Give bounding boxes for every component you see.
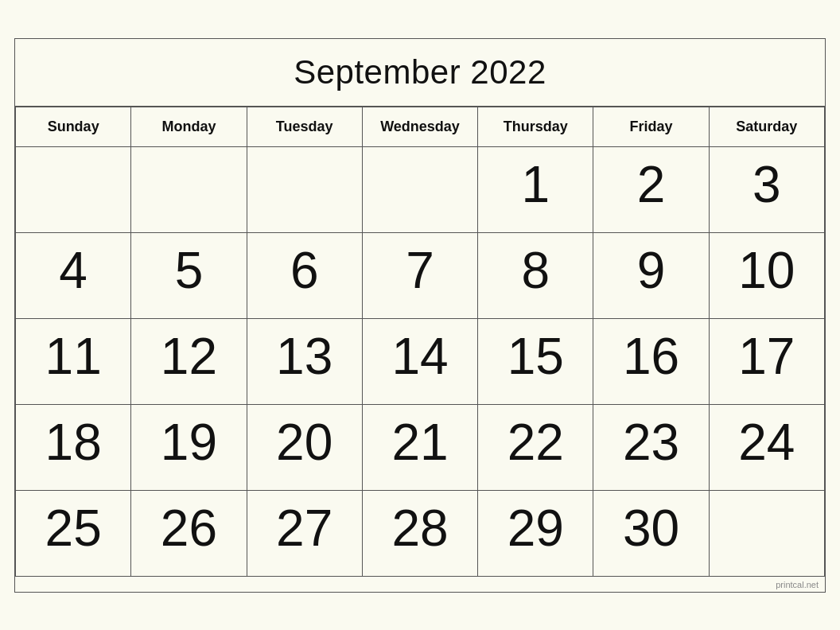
day-header-friday: Friday xyxy=(593,107,709,146)
calendar-day-cell: 22 xyxy=(478,404,593,490)
calendar-day-cell: 29 xyxy=(478,490,593,576)
calendar-day-cell xyxy=(709,490,824,576)
calendar-day-cell: 11 xyxy=(16,318,131,404)
calendar-day-cell: 19 xyxy=(131,404,247,490)
days-header-row: SundayMondayTuesdayWednesdayThursdayFrid… xyxy=(16,107,825,146)
day-header-wednesday: Wednesday xyxy=(362,107,477,146)
calendar-day-cell: 5 xyxy=(131,232,247,318)
calendar-day-cell: 10 xyxy=(709,232,824,318)
calendar-day-cell: 15 xyxy=(478,318,593,404)
calendar-day-cell: 9 xyxy=(593,232,709,318)
calendar-day-cell: 24 xyxy=(709,404,824,490)
calendar-day-cell: 3 xyxy=(709,146,824,232)
calendar-week-1: 123 xyxy=(16,146,825,232)
calendar-day-cell: 23 xyxy=(593,404,709,490)
day-header-saturday: Saturday xyxy=(709,107,824,146)
calendar-day-cell: 25 xyxy=(16,490,131,576)
calendar-day-cell: 13 xyxy=(247,318,362,404)
calendar-week-3: 11121314151617 xyxy=(16,318,825,404)
calendar-day-cell: 1 xyxy=(478,146,593,232)
watermark: printcal.net xyxy=(15,577,825,592)
calendar-day-cell xyxy=(16,146,131,232)
day-header-monday: Monday xyxy=(131,107,247,146)
day-header-tuesday: Tuesday xyxy=(247,107,362,146)
calendar-day-cell: 4 xyxy=(16,232,131,318)
calendar-day-cell: 27 xyxy=(247,490,362,576)
calendar-day-cell: 2 xyxy=(593,146,709,232)
calendar-day-cell: 17 xyxy=(709,318,824,404)
calendar-day-cell xyxy=(247,146,362,232)
calendar-day-cell: 26 xyxy=(131,490,247,576)
calendar-day-cell: 20 xyxy=(247,404,362,490)
calendar-container: September 2022 SundayMondayTuesdayWednes… xyxy=(14,38,826,593)
calendar-day-cell: 18 xyxy=(16,404,131,490)
calendar-day-cell xyxy=(362,146,477,232)
day-header-thursday: Thursday xyxy=(478,107,593,146)
calendar-day-cell: 21 xyxy=(362,404,477,490)
day-header-sunday: Sunday xyxy=(16,107,131,146)
calendar-day-cell: 6 xyxy=(247,232,362,318)
calendar-day-cell: 28 xyxy=(362,490,477,576)
calendar-day-cell: 14 xyxy=(362,318,477,404)
calendar-week-5: 252627282930 xyxy=(16,490,825,576)
calendar-week-4: 18192021222324 xyxy=(16,404,825,490)
calendar-day-cell xyxy=(131,146,247,232)
calendar-table: SundayMondayTuesdayWednesdayThursdayFrid… xyxy=(15,107,825,577)
calendar-day-cell: 7 xyxy=(362,232,477,318)
calendar-day-cell: 30 xyxy=(593,490,709,576)
calendar-day-cell: 12 xyxy=(131,318,247,404)
calendar-week-2: 45678910 xyxy=(16,232,825,318)
calendar-title: September 2022 xyxy=(15,39,825,107)
calendar-day-cell: 16 xyxy=(593,318,709,404)
calendar-day-cell: 8 xyxy=(478,232,593,318)
